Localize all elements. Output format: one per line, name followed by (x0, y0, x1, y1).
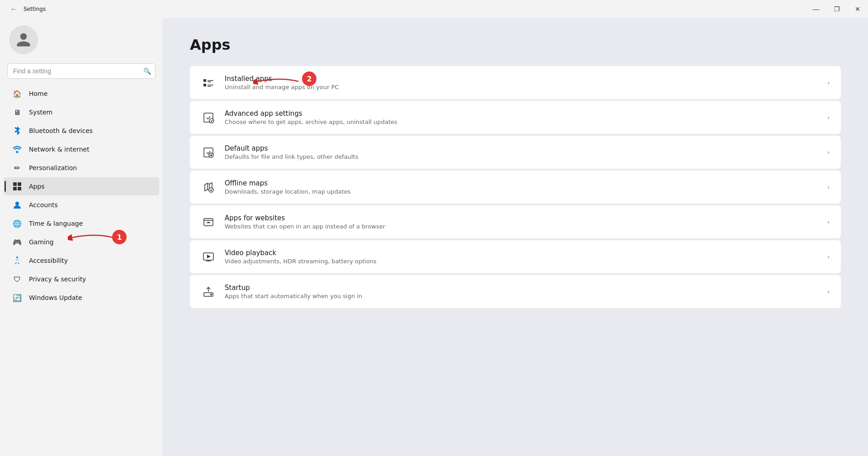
settings-item-apps-for-websites[interactable]: Apps for websites Websites that can open… (190, 205, 841, 238)
svg-point-31 (210, 294, 212, 295)
settings-item-advanced[interactable]: Advanced app settings Choose where to ge… (190, 101, 841, 134)
startup-chevron: › (827, 289, 830, 295)
update-icon: 🔄 (13, 293, 22, 302)
sidebar-item-network-label: Network & internet (29, 146, 90, 153)
apps-for-websites-icon (201, 215, 216, 229)
sidebar-item-accounts-label: Accounts (29, 201, 58, 209)
sidebar-item-gaming-label: Gaming (29, 238, 54, 246)
apps-icon (13, 182, 22, 191)
back-button[interactable]: ← (7, 3, 20, 15)
advanced-icon (201, 110, 216, 125)
svg-rect-1 (13, 182, 17, 186)
window-controls: — ❐ ✕ (806, 0, 868, 18)
personalization-icon: ✏️ (13, 163, 22, 172)
settings-item-startup[interactable]: Startup Apps that start automatically wh… (190, 275, 841, 308)
search-input[interactable] (7, 63, 156, 79)
sidebar-item-accessibility[interactable]: Accessibility (4, 252, 159, 270)
settings-item-video-playback[interactable]: Video playback Video adjustments, HDR st… (190, 240, 841, 273)
maximize-button[interactable]: ❐ (826, 0, 847, 18)
advanced-title: Advanced app settings (225, 109, 818, 118)
sidebar-item-accounts[interactable]: Accounts (4, 196, 159, 214)
startup-text: Startup Apps that start automatically wh… (225, 284, 818, 299)
svg-point-5 (15, 202, 19, 205)
svg-point-23 (209, 188, 213, 192)
sidebar-header (0, 18, 163, 63)
app-title: Settings (24, 6, 46, 12)
sidebar-item-system-label: System (29, 109, 52, 116)
main-content: Apps Installed apps Uninstall an (163, 18, 868, 456)
sidebar-item-system[interactable]: 🖥 System (4, 103, 159, 121)
avatar[interactable] (9, 25, 38, 54)
startup-icon (201, 285, 216, 299)
gaming-icon: 🎮 (13, 238, 22, 247)
sidebar-item-gaming[interactable]: 🎮 Gaming (4, 233, 159, 251)
sidebar-item-bluetooth[interactable]: Bluetooth & devices (4, 122, 159, 140)
settings-item-offline-maps[interactable]: Offline maps Downloads, storage location… (190, 171, 841, 204)
sidebar-item-personalization[interactable]: ✏️ Personalization (4, 159, 159, 177)
minimize-button[interactable]: — (806, 0, 826, 18)
accounts-icon (13, 200, 22, 209)
installed-apps-text: Installed apps Uninstall and manage apps… (225, 75, 818, 90)
titlebar: ← Settings — ❐ ✕ (0, 0, 868, 18)
sidebar-item-update[interactable]: 🔄 Windows Update (4, 289, 159, 307)
apps-for-websites-title: Apps for websites (225, 214, 818, 222)
advanced-text: Advanced app settings Choose where to ge… (225, 109, 818, 125)
system-icon: 🖥 (13, 108, 22, 117)
sidebar-item-privacy-label: Privacy & security (29, 276, 86, 283)
advanced-desc: Choose where to get apps, archive apps, … (225, 119, 818, 125)
home-icon: 🏠 (13, 89, 22, 98)
svg-rect-9 (203, 79, 206, 82)
offline-maps-chevron: › (827, 184, 830, 190)
settings-item-installed-apps[interactable]: Installed apps Uninstall and manage apps… (190, 66, 841, 99)
svg-rect-3 (13, 187, 17, 190)
bluetooth-icon (13, 126, 22, 135)
svg-point-16 (209, 119, 214, 123)
svg-rect-4 (18, 187, 21, 190)
sidebar-item-time[interactable]: 🌐 Time & language (4, 214, 159, 233)
sidebar-item-bluetooth-label: Bluetooth & devices (29, 127, 93, 134)
sidebar-item-update-label: Windows Update (29, 294, 82, 301)
default-apps-icon (201, 145, 216, 160)
sidebar-nav: 🏠 Home 🖥 System Bluetooth & devices (0, 84, 163, 307)
default-apps-title: Default apps (225, 144, 818, 152)
search-box: 🔍 (7, 63, 156, 79)
svg-point-0 (16, 151, 19, 153)
close-button[interactable]: ✕ (847, 0, 868, 18)
default-apps-text: Default apps Defaults for file and link … (225, 144, 818, 160)
sidebar-item-home-label: Home (29, 90, 47, 97)
video-playback-chevron: › (827, 254, 830, 260)
svg-line-8 (18, 262, 19, 264)
apps-for-websites-text: Apps for websites Websites that can open… (225, 214, 818, 230)
startup-title: Startup (225, 284, 818, 292)
offline-maps-icon (201, 180, 216, 195)
video-playback-text: Video playback Video adjustments, HDR st… (225, 249, 818, 265)
accessibility-icon (13, 256, 22, 265)
settings-item-default-apps[interactable]: Default apps Defaults for file and link … (190, 136, 841, 169)
advanced-chevron: › (827, 114, 830, 121)
sidebar-item-home[interactable]: 🏠 Home (4, 85, 159, 103)
installed-apps-chevron: › (827, 80, 830, 86)
app-body: 🔍 🏠 Home 🖥 System Bluetooth & devices (0, 18, 868, 456)
video-playback-title: Video playback (225, 249, 818, 257)
sidebar-item-apps[interactable]: Apps (4, 177, 159, 195)
svg-rect-2 (18, 182, 21, 186)
default-apps-chevron: › (827, 149, 830, 156)
svg-marker-27 (207, 255, 211, 258)
sidebar: 🔍 🏠 Home 🖥 System Bluetooth & devices (0, 18, 163, 456)
svg-point-6 (16, 256, 18, 258)
page-title: Apps (190, 36, 841, 53)
video-playback-desc: Video adjustments, HDR streaming, batter… (225, 258, 818, 265)
user-icon (15, 32, 32, 48)
offline-maps-desc: Downloads, storage location, map updates (225, 188, 818, 195)
sidebar-item-time-label: Time & language (29, 220, 83, 227)
sidebar-item-network[interactable]: Network & internet (4, 140, 159, 158)
network-icon (13, 145, 22, 154)
svg-line-7 (15, 262, 16, 264)
video-playback-icon (201, 250, 216, 264)
offline-maps-title: Offline maps (225, 179, 818, 187)
startup-desc: Apps that start automatically when you s… (225, 293, 818, 299)
sidebar-item-privacy[interactable]: 🛡 Privacy & security (4, 270, 159, 288)
sidebar-item-accessibility-label: Accessibility (29, 257, 68, 264)
time-icon: 🌐 (13, 219, 22, 228)
offline-maps-text: Offline maps Downloads, storage location… (225, 179, 818, 195)
